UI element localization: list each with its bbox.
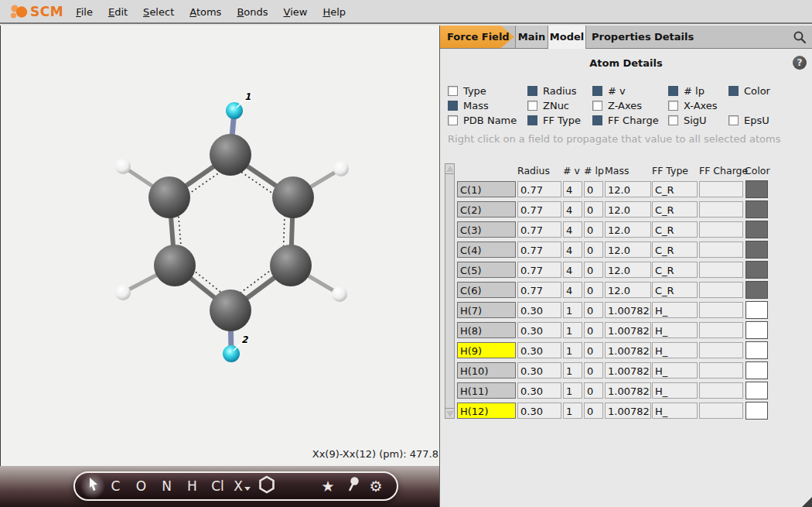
checkbox-box-ff-charge[interactable]: [592, 115, 602, 125]
atom-h6[interactable]: [332, 286, 347, 302]
cell-h-8-ff_type[interactable]: H_: [652, 322, 698, 338]
table-scrollbar[interactable]: [445, 163, 455, 419]
cell-c-4-mass[interactable]: 12.0: [605, 242, 651, 258]
cell-h-12-mass[interactable]: 1.0078250: [605, 403, 651, 419]
color-swatch-c-2[interactable]: [745, 200, 768, 218]
menu-file[interactable]: File: [76, 6, 93, 18]
element-h-button[interactable]: H: [179, 478, 205, 494]
cell-c-6-v[interactable]: 4: [563, 282, 582, 298]
cell-c-2-ff_type[interactable]: C_R: [652, 201, 698, 218]
cell-c-1-radius[interactable]: 0.77: [517, 181, 561, 197]
settings-tool-button[interactable]: ⚙: [364, 478, 387, 495]
cell-h-11-name[interactable]: H(11): [457, 382, 516, 399]
cell-c-5-radius[interactable]: 0.77: [517, 262, 561, 278]
cell-c-3-ff_type[interactable]: C_R: [652, 221, 698, 238]
cell-h-7-ff_type[interactable]: H_: [652, 302, 698, 318]
cell-h-12-v[interactable]: 1: [563, 403, 582, 419]
molecule-3d-viewport[interactable]: 12 Xx(9)-Xx(12) (pm): 477.8: [0, 26, 439, 466]
cell-c-2-radius[interactable]: 0.77: [517, 201, 561, 218]
cell-c-6-ff_type[interactable]: C_R: [652, 282, 698, 298]
cell-c-3-mass[interactable]: 12.0: [605, 221, 651, 238]
cell-h-12-radius[interactable]: 0.30: [517, 403, 561, 419]
pointer-pin-button[interactable]: [341, 476, 364, 496]
cell-c-4-name[interactable]: C(4): [457, 242, 516, 258]
color-swatch-h-8[interactable]: [745, 321, 768, 339]
cell-h-8-name[interactable]: H(8): [457, 322, 516, 338]
checkbox-box-pdb-name[interactable]: [448, 115, 458, 125]
menu-atoms[interactable]: Atoms: [189, 6, 221, 18]
cell-h-7-ff_charge[interactable]: [699, 302, 743, 318]
cell-h-11-mass[interactable]: 1.0078250: [605, 382, 651, 399]
checkbox-lp[interactable]: # lp: [668, 85, 705, 97]
cell-c-2-v[interactable]: 4: [563, 201, 582, 218]
atom-h3[interactable]: [115, 159, 131, 174]
atom-c5[interactable]: [154, 245, 196, 286]
cell-h-11-ff_charge[interactable]: [699, 382, 743, 399]
cell-c-5-name[interactable]: C(5): [457, 262, 516, 278]
cell-h-9-ff_charge[interactable]: [699, 342, 743, 358]
cell-h-8-v[interactable]: 1: [563, 322, 582, 338]
atom-h5[interactable]: [115, 285, 131, 300]
atom-c3[interactable]: [270, 245, 312, 286]
atom-c4[interactable]: [210, 289, 251, 331]
color-swatch-c-4[interactable]: [745, 241, 768, 259]
cell-h-9-v[interactable]: 1: [563, 342, 582, 358]
cell-c-1-lp[interactable]: 0: [584, 181, 603, 197]
structure-library-button[interactable]: ★: [315, 478, 341, 495]
cell-h-11-lp[interactable]: 0: [584, 382, 603, 399]
checkbox-mass[interactable]: Mass: [448, 100, 489, 111]
color-swatch-h-12[interactable]: [745, 402, 768, 420]
cell-h-11-v[interactable]: 1: [563, 382, 582, 399]
cell-c-3-radius[interactable]: 0.77: [517, 221, 561, 238]
element-c-button[interactable]: C: [103, 478, 128, 494]
cell-c-3-ff_charge[interactable]: [699, 221, 743, 238]
cell-h-11-radius[interactable]: 0.30: [517, 382, 561, 399]
color-swatch-h-9[interactable]: [745, 341, 768, 359]
checkbox-epsu[interactable]: EpsU: [728, 115, 769, 126]
cell-h-7-v[interactable]: 1: [563, 302, 582, 318]
cell-c-2-lp[interactable]: 0: [584, 201, 603, 218]
cell-h-10-ff_charge[interactable]: [699, 362, 743, 379]
color-swatch-c-3[interactable]: [745, 221, 768, 238]
cell-h-10-ff_type[interactable]: H_: [652, 362, 698, 379]
cell-c-6-ff_charge[interactable]: [699, 282, 743, 298]
checkbox-box-z-axes[interactable]: [592, 101, 602, 111]
color-swatch-h-10[interactable]: [745, 361, 768, 379]
checkbox-pdb-name[interactable]: PDB Name: [448, 115, 517, 126]
checkbox-v[interactable]: # v: [592, 85, 626, 97]
checkbox-x-axes[interactable]: X-Axes: [668, 100, 718, 111]
menu-edit[interactable]: Edit: [108, 6, 128, 18]
cell-h-9-ff_type[interactable]: H_: [652, 342, 698, 358]
cell-h-7-lp[interactable]: 0: [584, 302, 603, 318]
cell-c-4-ff_charge[interactable]: [699, 242, 743, 258]
cell-c-4-v[interactable]: 4: [563, 242, 582, 258]
atom-c1[interactable]: [210, 134, 251, 176]
cell-c-6-lp[interactable]: 0: [584, 282, 603, 298]
color-swatch-h-7[interactable]: [745, 301, 768, 319]
checkbox-box-sigu[interactable]: [668, 115, 678, 125]
tab-model[interactable]: Model: [548, 26, 586, 49]
cell-h-8-ff_charge[interactable]: [699, 322, 743, 338]
cell-h-9-radius[interactable]: 0.30: [517, 342, 561, 358]
cell-c-1-ff_type[interactable]: C_R: [652, 181, 698, 197]
tab-details[interactable]: Details: [654, 26, 694, 48]
checkbox-sigu[interactable]: SigU: [668, 115, 707, 126]
tab-main[interactable]: Main: [515, 26, 548, 48]
cell-c-2-mass[interactable]: 12.0: [605, 201, 651, 218]
cell-c-1-name[interactable]: C(1): [457, 181, 516, 197]
window-resize-grip[interactable]: [802, 497, 812, 507]
search-button[interactable]: [793, 30, 807, 44]
cell-h-8-radius[interactable]: 0.30: [517, 322, 561, 338]
tab-force-field[interactable]: Force Field: [440, 26, 514, 48]
checkbox-ff-charge[interactable]: FF Charge: [592, 115, 659, 126]
atom-c6[interactable]: [148, 176, 190, 218]
cell-c-5-ff_charge[interactable]: [699, 262, 743, 278]
cell-h-10-name[interactable]: H(10): [457, 362, 516, 379]
cell-c-6-mass[interactable]: 12.0: [605, 282, 651, 298]
cell-h-7-radius[interactable]: 0.30: [517, 302, 561, 318]
cell-h-12-ff_type[interactable]: H_: [652, 403, 698, 419]
cell-h-7-mass[interactable]: 1.0078250: [605, 302, 651, 318]
scroll-up-button[interactable]: [445, 164, 454, 174]
cell-c-1-mass[interactable]: 12.0: [605, 181, 651, 197]
cell-c-2-ff_charge[interactable]: [699, 201, 743, 218]
